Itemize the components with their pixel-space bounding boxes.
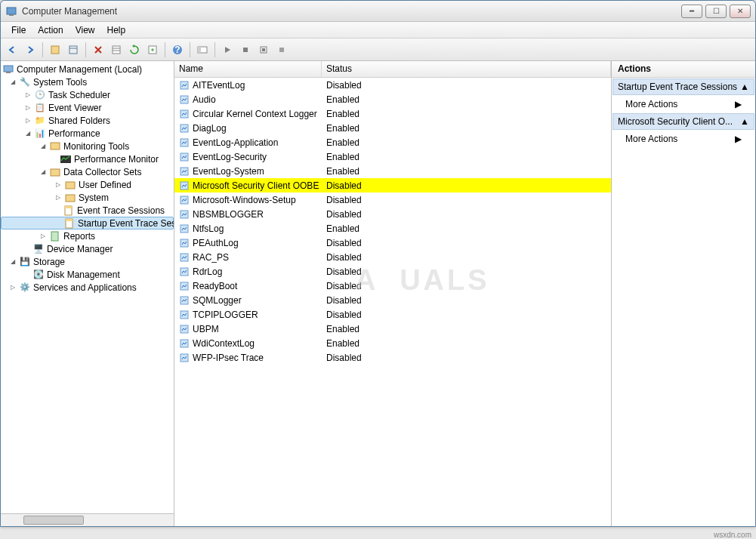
tree-startup-event-trace-sessions[interactable]: Startup Event Trace Sessions xyxy=(1,217,174,229)
tree-reports[interactable]: ▷ Reports xyxy=(1,229,174,242)
list-row[interactable]: UBPMEnabled xyxy=(174,322,611,336)
expander-icon[interactable]: ◢ xyxy=(8,78,17,87)
list-row[interactable]: WFP-IPsec TraceDisabled xyxy=(174,350,611,365)
list-row[interactable]: RdrLogDisabled xyxy=(174,264,611,279)
tree-perf-monitor[interactable]: Performance Monitor xyxy=(1,152,174,165)
list-cell-status: Enabled xyxy=(322,338,359,349)
submenu-arrow-icon: ▶ xyxy=(735,99,742,109)
svg-rect-12 xyxy=(198,47,201,53)
menu-view[interactable]: View xyxy=(69,23,101,37)
list-row[interactable]: PEAuthLogDisabled xyxy=(174,236,611,250)
list-row[interactable]: ReadyBootDisabled xyxy=(174,279,611,293)
titlebar[interactable]: Computer Management ━ ☐ ✕ xyxy=(1,1,755,22)
list-row[interactable]: EventLog-SystemEnabled xyxy=(174,164,611,178)
list-row[interactable]: AudioEnabled xyxy=(174,92,611,106)
console-button[interactable] xyxy=(194,42,211,58)
collapse-icon: ▲ xyxy=(740,82,749,92)
list-body[interactable]: AITEventLogDisabledAudioEnabledCircular … xyxy=(174,78,611,526)
list-row[interactable]: NtfsLogEnabled xyxy=(174,221,611,236)
list-row[interactable]: EventLog-SecurityEnabled xyxy=(174,149,611,164)
tree-root[interactable]: Computer Management (Local) xyxy=(1,63,174,75)
tree-body[interactable]: Computer Management (Local) ◢ 🔧 System T… xyxy=(1,61,174,513)
list-cell-name: PEAuthLog xyxy=(174,238,322,248)
list-row[interactable]: NBSMBLOGGERDisabled xyxy=(174,207,611,221)
close-button[interactable]: ✕ xyxy=(730,5,751,18)
expander-icon[interactable]: ▷ xyxy=(54,180,63,189)
expander-icon[interactable]: ◢ xyxy=(23,129,32,138)
expander-icon[interactable]: ◢ xyxy=(39,168,48,177)
tree-disk-management[interactable]: 💽 Disk Management xyxy=(1,268,174,281)
show-hide-tree-button[interactable] xyxy=(47,42,63,58)
back-button[interactable] xyxy=(4,42,20,58)
tree-device-manager[interactable]: 🖥️ Device Manager xyxy=(1,242,174,255)
trace-file-icon xyxy=(179,109,190,119)
list-cell-name: ReadyBoot xyxy=(174,281,322,291)
list-row[interactable]: RAC_PSDisabled xyxy=(174,250,611,264)
horizontal-scrollbar[interactable] xyxy=(1,513,174,526)
column-name[interactable]: Name xyxy=(174,61,322,77)
expander-icon[interactable]: ▷ xyxy=(23,103,32,112)
menu-help[interactable]: Help xyxy=(101,23,132,37)
trace-file-icon xyxy=(179,166,190,177)
tree-monitoring-tools[interactable]: ◢ Monitoring Tools xyxy=(1,140,174,152)
refresh-button[interactable] xyxy=(126,42,143,58)
menu-action[interactable]: Action xyxy=(32,23,69,37)
export-button[interactable] xyxy=(144,42,161,58)
expander-icon[interactable]: ▷ xyxy=(8,283,17,292)
list-row[interactable]: EventLog-ApplicationEnabled xyxy=(174,135,611,149)
stop-button[interactable] xyxy=(237,42,254,58)
list-cell-status: Disabled xyxy=(322,252,362,263)
action-group-selected[interactable]: Microsoft Security Client O... ▲ xyxy=(613,113,754,130)
tree-event-trace-sessions[interactable]: Event Trace Sessions xyxy=(1,204,174,217)
list-cell-status: Enabled xyxy=(322,94,359,105)
toolbar-separator xyxy=(165,42,165,57)
row-name: DiagLog xyxy=(193,123,227,134)
trace-file-icon xyxy=(179,281,190,291)
trace-file-icon xyxy=(179,137,190,148)
tree-performance[interactable]: ◢ 📊 Performance xyxy=(1,127,174,140)
play-button[interactable] xyxy=(219,42,236,58)
tree-event-viewer[interactable]: ▷ 📋 Event Viewer xyxy=(1,101,174,114)
tree-services-apps[interactable]: ▷ ⚙️ Services and Applications xyxy=(1,281,174,294)
tree-user-defined[interactable]: ▷ User Defined xyxy=(1,178,174,191)
expander-icon[interactable]: ◢ xyxy=(8,257,17,266)
scrollbar-thumb[interactable] xyxy=(23,516,84,525)
trace-file-icon xyxy=(179,252,190,263)
list-cell-name: Microsoft Security Client OOBE xyxy=(174,180,322,191)
help-button[interactable]: ? xyxy=(169,42,186,58)
list-cell-status: Enabled xyxy=(322,109,359,119)
list-row[interactable]: Circular Kernel Context LoggerEnabled xyxy=(174,106,611,121)
menu-file[interactable]: File xyxy=(5,23,32,37)
action-more-2[interactable]: More Actions ▶ xyxy=(612,131,755,147)
tree-data-collector-sets[interactable]: ◢ Data Collector Sets xyxy=(1,165,174,178)
expander-icon[interactable]: ▷ xyxy=(23,91,32,100)
expander-icon[interactable]: ▷ xyxy=(23,116,32,125)
list-row[interactable]: TCPIPLOGGERDisabled xyxy=(174,307,611,322)
list-row[interactable]: AITEventLogDisabled xyxy=(174,78,611,92)
list-button[interactable] xyxy=(108,42,125,58)
record-button[interactable] xyxy=(255,42,272,58)
tools-icon: 🔧 xyxy=(19,76,31,88)
tree-task-scheduler[interactable]: ▷ 🕒 Task Scheduler xyxy=(1,88,174,101)
list-row[interactable]: DiagLogEnabled xyxy=(174,121,611,135)
delete-button[interactable] xyxy=(90,42,106,58)
tree-system-tools[interactable]: ◢ 🔧 System Tools xyxy=(1,75,174,88)
tree-storage[interactable]: ◢ 💾 Storage xyxy=(1,255,174,268)
list-row[interactable]: Microsoft Security Client OOBEDisabled xyxy=(174,178,611,192)
list-row[interactable]: Microsoft-Windows-SetupDisabled xyxy=(174,192,611,207)
stop2-button[interactable] xyxy=(273,42,290,58)
expander-icon[interactable]: ◢ xyxy=(39,142,48,151)
minimize-button[interactable]: ━ xyxy=(681,5,702,18)
expander-icon[interactable]: ▷ xyxy=(54,193,63,202)
column-status[interactable]: Status xyxy=(322,61,611,77)
expander-icon[interactable]: ▷ xyxy=(39,232,48,241)
properties-button[interactable] xyxy=(65,42,82,58)
tree-shared-folders[interactable]: ▷ 📁 Shared Folders xyxy=(1,114,174,127)
action-more-1[interactable]: More Actions ▶ xyxy=(612,96,755,112)
tree-system[interactable]: ▷ System xyxy=(1,191,174,204)
maximize-button[interactable]: ☐ xyxy=(705,5,727,18)
list-row[interactable]: SQMLoggerDisabled xyxy=(174,293,611,307)
action-group-startup[interactable]: Startup Event Trace Sessions ▲ xyxy=(613,79,754,95)
list-row[interactable]: WdiContextLogEnabled xyxy=(174,336,611,350)
forward-button[interactable] xyxy=(22,42,39,58)
